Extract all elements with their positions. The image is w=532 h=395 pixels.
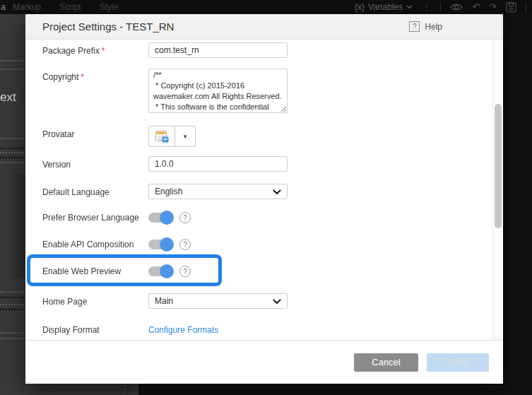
toggle-knob bbox=[160, 237, 174, 252]
field-row-display-format: Display Format Configure Formats bbox=[42, 322, 218, 335]
provatar-picker: ▾ bbox=[148, 126, 196, 147]
redo-icon[interactable]: ↷ bbox=[489, 0, 497, 14]
field-row-copyright: Copyright* /** * Copyright (c) 2015-2016… bbox=[42, 69, 288, 113]
cancel-button[interactable]: Cancel bbox=[354, 353, 418, 372]
partial-tab-fragment: a bbox=[1, 2, 6, 12]
selected-value: English bbox=[155, 187, 182, 196]
canvas-dotted-line bbox=[0, 138, 25, 139]
canvas-dotted-line bbox=[0, 309, 25, 310]
help-circle-icon: ? bbox=[409, 21, 420, 32]
dialog-scrollbar-track[interactable] bbox=[492, 40, 502, 353]
field-label: Version bbox=[42, 156, 148, 170]
chevron-down-icon bbox=[273, 299, 281, 305]
required-asterisk: * bbox=[102, 46, 105, 56]
field-label: Package Prefix* bbox=[42, 42, 148, 56]
toggle-knob bbox=[160, 264, 174, 278]
tab-script[interactable]: Script bbox=[59, 2, 81, 12]
variables-label: Variables bbox=[368, 2, 403, 12]
provatar-dropdown-button[interactable]: ▾ bbox=[175, 126, 196, 147]
canvas-dotted-line bbox=[0, 291, 25, 293]
canvas-dotted-line bbox=[0, 304, 25, 305]
field-label: Home Page bbox=[42, 293, 148, 307]
field-row-home-page: Home Page Main bbox=[42, 293, 288, 309]
save-floppy-icon[interactable] bbox=[506, 2, 516, 13]
field-label: Enable Web Preview bbox=[42, 263, 148, 276]
help-circle-icon[interactable]: ? bbox=[179, 266, 191, 277]
toggle-knob bbox=[160, 211, 174, 225]
canvas-dotted-line bbox=[0, 297, 25, 298]
canvas-dotted-line bbox=[0, 60, 25, 61]
field-label: Enable API Composition bbox=[42, 236, 148, 249]
selected-value: Main bbox=[155, 296, 173, 306]
dialog-body: Package Prefix* Copyright* /** * Copyrig… bbox=[25, 40, 503, 354]
field-label: Display Format bbox=[42, 322, 148, 335]
tab-markup[interactable]: Markup bbox=[13, 2, 41, 12]
prefer-browser-language-toggle[interactable] bbox=[148, 211, 172, 225]
field-label: Prefer Browser Language bbox=[42, 209, 148, 223]
enable-web-preview-toggle[interactable] bbox=[148, 264, 172, 278]
chevron-down-icon bbox=[406, 5, 413, 9]
help-button[interactable]: ? Help bbox=[409, 21, 442, 32]
field-row-version: Version bbox=[42, 156, 288, 172]
preview-eye-icon[interactable] bbox=[450, 3, 463, 11]
canvas-dotted-line bbox=[0, 157, 25, 158]
project-settings-dialog: Project Settings - TEST_RN ? Help Packag… bbox=[25, 14, 503, 384]
canvas-dotted-line bbox=[0, 162, 25, 163]
variables-x-icon: {x} bbox=[355, 2, 365, 12]
variables-menu[interactable]: {x} Variables bbox=[355, 2, 413, 12]
toolbar-divider bbox=[526, 3, 526, 12]
caret-down-icon: ▾ bbox=[184, 133, 187, 140]
canvas-dotted-line bbox=[0, 338, 25, 339]
package-prefix-input[interactable] bbox=[148, 42, 288, 58]
save-button[interactable]: Save bbox=[427, 353, 489, 372]
dialog-header: Project Settings - TEST_RN ? Help bbox=[25, 14, 503, 40]
canvas-dotted-line bbox=[0, 152, 25, 153]
help-circle-icon[interactable]: ? bbox=[179, 239, 191, 250]
dialog-title: Project Settings - TEST_RN bbox=[42, 20, 174, 33]
field-label: Default Language bbox=[42, 184, 148, 197]
home-page-select[interactable]: Main bbox=[148, 293, 288, 309]
field-row-enable-web-preview: Enable Web Preview ? bbox=[42, 263, 191, 278]
field-row-prefer-browser-language: Prefer Browser Language ? bbox=[42, 209, 191, 225]
required-asterisk: * bbox=[81, 72, 84, 82]
canvas-partial-text: ext bbox=[0, 90, 16, 105]
tab-style[interactable]: Style bbox=[100, 2, 119, 12]
version-input[interactable] bbox=[148, 156, 288, 172]
undo-icon[interactable]: ↶ bbox=[472, 0, 480, 14]
topbar-actions: {x} Variables ⋮ ↶ ↷ bbox=[355, 0, 526, 14]
canvas-dotted-line bbox=[0, 332, 25, 334]
field-row-package-prefix: Package Prefix* bbox=[42, 42, 288, 58]
provatar-icon bbox=[154, 129, 170, 144]
toolbar-divider bbox=[440, 3, 441, 12]
copyright-textarea[interactable]: /** * Copyright (c) 2015-2016 wavemaker.… bbox=[148, 69, 288, 113]
chevron-down-icon bbox=[273, 189, 281, 195]
field-label: Copyright* bbox=[42, 69, 148, 82]
field-row-enable-api-composition: Enable API Composition ? bbox=[42, 236, 191, 252]
studio-topbar: a Markup Script Style {x} Variables ⋮ ↶ … bbox=[0, 0, 532, 14]
configure-formats-link[interactable]: Configure Formats bbox=[148, 322, 218, 335]
field-label: Provatar bbox=[42, 126, 148, 139]
topbar-tabs: Markup Script Style bbox=[13, 0, 118, 14]
dialog-scrollbar-thumb[interactable] bbox=[495, 104, 502, 228]
help-label: Help bbox=[425, 22, 442, 32]
canvas-image-placeholder bbox=[12, 173, 25, 278]
help-circle-icon[interactable]: ? bbox=[179, 212, 191, 223]
canvas-dotted-line bbox=[0, 69, 25, 70]
field-row-default-language: Default Language English bbox=[42, 184, 288, 199]
kebab-menu-icon[interactable]: ⋮ bbox=[422, 0, 431, 14]
default-language-select[interactable]: English bbox=[148, 184, 288, 199]
provatar-image-button[interactable] bbox=[148, 126, 175, 147]
dialog-footer: Cancel Save bbox=[25, 340, 503, 384]
canvas-dotted-line bbox=[0, 148, 25, 149]
enable-api-composition-toggle[interactable] bbox=[148, 237, 172, 252]
field-row-provatar: Provatar ▾ bbox=[42, 126, 196, 147]
